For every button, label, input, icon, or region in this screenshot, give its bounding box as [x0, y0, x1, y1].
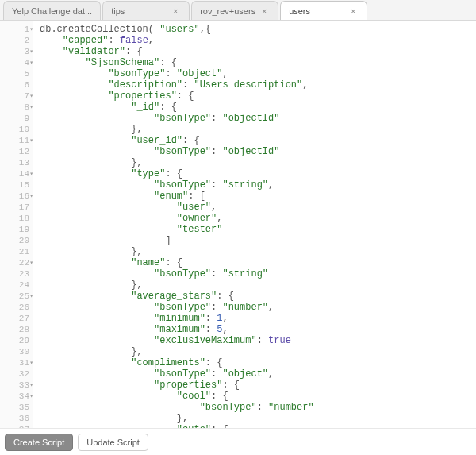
tab-bar: Yelp Challenge dat... tips × rov_rev+use… [0, 0, 476, 21]
close-icon[interactable]: × [170, 6, 181, 16]
code-line[interactable]: }, [40, 413, 476, 424]
code-line[interactable]: "_id": { [40, 102, 476, 113]
code-line[interactable]: "minimum": 1, [40, 313, 476, 324]
fold-toggle-icon[interactable]: ▾ [29, 191, 33, 202]
button-label: Create Script [13, 438, 64, 447]
code-editor[interactable]: 1▾23▾4▾567▾8▾91011▾121314▾1516▾171819202… [0, 21, 476, 428]
line-number: 28 [0, 324, 33, 335]
code-line[interactable]: "enum": [ [40, 191, 476, 202]
code-area[interactable]: db.createCollection( "users",{ "capped":… [33, 21, 476, 428]
fold-toggle-icon[interactable]: ▾ [29, 135, 33, 146]
code-line[interactable]: "bsonType": "object", [40, 68, 476, 79]
line-number: 33▾ [0, 380, 33, 391]
line-number: 20 [0, 235, 33, 246]
code-line[interactable]: "properties": { [40, 91, 476, 102]
code-line[interactable]: }, [40, 124, 476, 135]
code-line[interactable]: "capped": false, [40, 35, 476, 46]
code-line[interactable]: "bsonType": "objectId" [40, 113, 476, 124]
fold-toggle-icon[interactable]: ▾ [29, 91, 33, 102]
fold-toggle-icon[interactable]: ▾ [29, 168, 33, 179]
line-number: 27 [0, 313, 33, 324]
code-line[interactable]: "user_id": { [40, 135, 476, 146]
line-number: 9 [0, 113, 33, 124]
tab-tips[interactable]: tips × [102, 1, 190, 20]
line-number: 3▾ [0, 46, 33, 57]
code-line[interactable]: "bsonType": "objectId" [40, 146, 476, 157]
line-number: 22▾ [0, 257, 33, 268]
fold-toggle-icon[interactable]: ▾ [29, 380, 33, 391]
code-line[interactable]: }, [40, 346, 476, 357]
fold-toggle-icon[interactable]: ▾ [29, 391, 33, 402]
fold-toggle-icon[interactable]: ▾ [29, 291, 33, 302]
code-line[interactable]: "validator": { [40, 46, 476, 57]
fold-toggle-icon[interactable]: ▾ [29, 357, 33, 368]
line-number: 21 [0, 246, 33, 257]
update-script-button[interactable]: Update Script [78, 434, 148, 451]
line-number: 32 [0, 368, 33, 380]
code-line[interactable]: "bsonType": "string" [40, 268, 476, 280]
code-line[interactable]: "type": { [40, 168, 476, 179]
close-icon[interactable]: × [259, 6, 270, 16]
code-line[interactable]: "maximum": 5, [40, 324, 476, 335]
code-line[interactable]: "tester" [40, 224, 476, 235]
line-number: 16▾ [0, 191, 33, 202]
tab-label: rov_rev+users [200, 6, 259, 16]
line-number: 15 [0, 179, 33, 191]
code-line[interactable]: "user", [40, 202, 476, 213]
code-line[interactable]: }, [40, 157, 476, 168]
code-line[interactable]: "bsonType": "string", [40, 179, 476, 191]
code-line[interactable]: "cool": { [40, 391, 476, 402]
line-number: 14▾ [0, 168, 33, 179]
code-line[interactable]: "bsonType": "number", [40, 302, 476, 313]
tab-rov-rev-users[interactable]: rov_rev+users × [191, 1, 278, 20]
line-number: 19 [0, 224, 33, 235]
line-number: 24 [0, 280, 33, 291]
line-number: 25▾ [0, 291, 33, 302]
fold-toggle-icon[interactable]: ▾ [29, 102, 33, 113]
line-number: 26 [0, 302, 33, 313]
tab-label: tips [111, 6, 170, 16]
code-line[interactable]: "average_stars": { [40, 291, 476, 302]
line-number: 12 [0, 146, 33, 157]
footer-toolbar: Create Script Update Script [0, 428, 476, 455]
line-number: 29 [0, 335, 33, 346]
line-number: 1▾ [0, 24, 33, 35]
code-line[interactable]: "exclusiveMaximum": true [40, 335, 476, 346]
code-line[interactable]: "description": "Users description", [40, 79, 476, 91]
code-line[interactable]: "$jsonSchema": { [40, 57, 476, 68]
line-number: 2 [0, 35, 33, 46]
code-line[interactable]: "bsonType": "object", [40, 368, 476, 380]
code-line[interactable]: }, [40, 280, 476, 291]
code-line[interactable]: "properties": { [40, 380, 476, 391]
line-number: 31▾ [0, 357, 33, 368]
line-number: 11▾ [0, 135, 33, 146]
close-icon[interactable]: × [347, 6, 359, 16]
tab-yelp-challenge[interactable]: Yelp Challenge dat... [3, 1, 101, 20]
tab-label: users [289, 6, 347, 16]
line-number: 23 [0, 268, 33, 280]
fold-toggle-icon[interactable]: ▾ [29, 46, 33, 57]
line-number: 17 [0, 202, 33, 213]
code-line[interactable]: "compliments": { [40, 357, 476, 368]
line-number: 5 [0, 68, 33, 79]
code-line[interactable]: ] [40, 235, 476, 246]
line-number: 35 [0, 402, 33, 413]
create-script-button[interactable]: Create Script [5, 434, 73, 451]
code-line[interactable]: db.createCollection( "users",{ [40, 24, 476, 35]
line-number: 36 [0, 413, 33, 424]
line-number: 18 [0, 213, 33, 224]
line-number: 10 [0, 124, 33, 135]
tab-label: Yelp Challenge dat... [12, 6, 92, 16]
fold-toggle-icon[interactable]: ▾ [29, 24, 33, 35]
code-line[interactable]: "owner", [40, 213, 476, 224]
code-line[interactable]: }, [40, 246, 476, 257]
code-line[interactable]: "name": { [40, 257, 476, 268]
line-number: 30 [0, 346, 33, 357]
tab-users[interactable]: users × [280, 1, 367, 20]
line-number: 4▾ [0, 57, 33, 68]
code-line[interactable]: "bsonType": "number" [40, 402, 476, 413]
fold-toggle-icon[interactable]: ▾ [29, 257, 33, 268]
line-number: 7▾ [0, 91, 33, 102]
line-number: 34▾ [0, 391, 33, 402]
fold-toggle-icon[interactable]: ▾ [29, 57, 33, 68]
